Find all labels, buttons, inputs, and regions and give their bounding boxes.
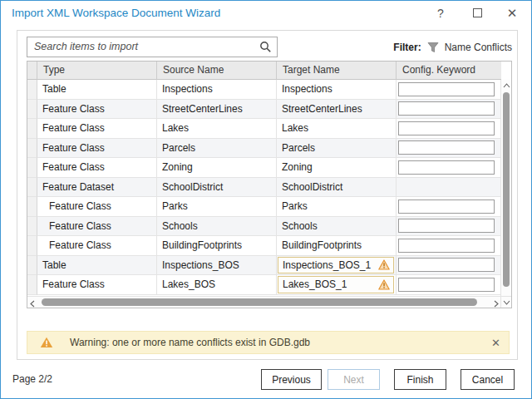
conflict-target-label: Lakes_BOS_1 — [283, 278, 347, 290]
target-name-label: Schools — [277, 220, 318, 232]
type-cell: Feature Dataset — [37, 178, 157, 198]
vertical-scrollbar-thumb[interactable] — [503, 92, 510, 287]
row-handle[interactable] — [27, 275, 37, 295]
source-cell: Parcels — [157, 139, 277, 159]
search-placeholder: Search items to import — [34, 37, 138, 57]
column-header-config-keyword[interactable]: Config. Keyword — [397, 62, 501, 80]
type-cell: Table — [37, 80, 157, 100]
row-handle[interactable] — [27, 158, 37, 178]
search-input[interactable]: Search items to import — [27, 37, 278, 57]
source-cell: Schools — [157, 217, 277, 237]
source-cell-label: SchoolDistrict — [162, 181, 223, 193]
config-keyword-cell — [397, 178, 501, 198]
table-row[interactable]: Feature Dataset SchoolDistrict SchoolDis… — [27, 178, 501, 198]
target-cell: Inspections — [277, 80, 397, 100]
table-row[interactable]: Feature Class Lakes Lakes — [27, 119, 501, 139]
target-cell: Lakes_BOS_1 — [277, 275, 397, 295]
column-header-target-name[interactable]: Target Name — [277, 62, 397, 80]
vertical-scrollbar[interactable] — [500, 80, 511, 297]
config-keyword-input[interactable] — [398, 239, 495, 253]
maximize-button[interactable] — [463, 1, 491, 26]
warning-banner-close-button[interactable]: ✕ — [491, 332, 500, 354]
table-row[interactable]: Feature Class BuildingFootprints Buildin… — [27, 236, 501, 256]
table-row[interactable]: Table Inspections_BOS Inspections_BOS_1 — [27, 256, 501, 276]
row-handle[interactable] — [27, 236, 37, 256]
table-row[interactable]: Table Inspections Inspections — [27, 80, 501, 100]
source-cell: StreetCenterLines — [157, 100, 277, 120]
target-name-conflict-box[interactable]: Lakes_BOS_1 — [278, 276, 394, 293]
table-body: Table Inspections Inspections Feature Cl… — [27, 80, 501, 297]
source-cell-label: BuildingFootprints — [162, 239, 242, 251]
source-cell-label: Zoning — [162, 161, 193, 173]
target-cell: Lakes — [277, 119, 397, 139]
table-row[interactable]: Feature Class Lakes_BOS Lakes_BOS_1 — [27, 275, 501, 295]
source-cell-label: Inspections_BOS — [162, 259, 239, 271]
scroll-right-icon[interactable] — [494, 300, 499, 308]
row-handle[interactable] — [27, 139, 37, 159]
config-keyword-input[interactable] — [398, 278, 495, 292]
target-cell: Inspections_BOS_1 — [277, 256, 397, 276]
row-handle[interactable] — [27, 80, 37, 100]
config-keyword-input[interactable] — [398, 160, 495, 175]
source-cell-label: Lakes — [162, 122, 189, 134]
table-row[interactable]: Feature Class StreetCenterLines StreetCe… — [27, 100, 501, 120]
target-cell: Parks — [277, 197, 397, 217]
config-keyword-input[interactable] — [398, 140, 495, 155]
config-keyword-input[interactable] — [398, 219, 495, 233]
row-handle[interactable] — [27, 100, 37, 120]
table-row[interactable]: Feature Class Parks Parks — [27, 197, 501, 217]
cancel-button[interactable]: Cancel — [461, 369, 515, 390]
table-row[interactable]: Feature Class Zoning Zoning — [27, 158, 501, 178]
source-cell: Lakes_BOS — [157, 275, 277, 295]
column-header-type[interactable]: Type — [37, 62, 157, 80]
scroll-down-icon[interactable] — [503, 300, 510, 305]
previous-button[interactable]: Previous — [261, 369, 322, 390]
finish-button[interactable]: Finish — [394, 369, 446, 390]
type-cell: Feature Class — [37, 236, 157, 256]
filter-value-label[interactable]: Name Conflicts — [445, 42, 512, 53]
source-cell: BuildingFootprints — [157, 236, 277, 256]
scroll-left-icon[interactable] — [30, 300, 35, 308]
warning-icon — [378, 279, 390, 290]
type-cell-label: Feature Class — [49, 200, 111, 212]
close-button[interactable]: ✕ — [498, 1, 526, 26]
target-name-label: Parks — [277, 200, 308, 212]
items-table: Type Source Name Target Name Config. Key… — [27, 61, 512, 308]
config-keyword-input[interactable] — [398, 101, 495, 116]
config-keyword-input[interactable] — [398, 200, 495, 214]
table-row[interactable]: Feature Class Parcels Parcels — [27, 139, 501, 159]
config-keyword-cell — [397, 100, 501, 120]
source-cell: SchoolDistrict — [157, 178, 277, 198]
maximize-icon — [473, 8, 482, 17]
type-cell: Table — [37, 256, 157, 276]
row-handle[interactable] — [27, 178, 37, 198]
type-cell-label: Feature Class — [42, 278, 105, 290]
horizontal-scrollbar[interactable] — [27, 296, 501, 308]
column-header-source-name[interactable]: Source Name — [157, 62, 277, 80]
table-row[interactable]: Feature Class Schools Schools — [27, 217, 501, 237]
row-handle[interactable] — [27, 197, 37, 217]
target-name-conflict-box[interactable]: Inspections_BOS_1 — [278, 257, 394, 274]
type-cell-label: Table — [42, 83, 66, 95]
filter-icon[interactable] — [426, 41, 440, 54]
type-cell-label: Feature Class — [49, 239, 111, 251]
row-handle[interactable] — [27, 217, 37, 237]
row-handle[interactable] — [27, 256, 37, 276]
source-cell-label: Parks — [162, 200, 188, 212]
config-keyword-input[interactable] — [398, 121, 495, 135]
source-cell: Zoning — [157, 158, 277, 178]
type-cell: Feature Class — [37, 100, 157, 120]
config-keyword-input[interactable] — [398, 82, 495, 96]
help-button[interactable]: ? — [426, 1, 455, 26]
scroll-up-icon[interactable] — [503, 83, 510, 88]
config-keyword-cell — [397, 139, 501, 159]
table-header: Type Source Name Target Name Config. Key… — [27, 62, 501, 80]
horizontal-scrollbar-thumb[interactable] — [42, 298, 477, 306]
source-cell-label: Inspections — [162, 83, 213, 95]
config-keyword-input[interactable] — [398, 258, 495, 272]
page-indicator: Page 2/2 — [12, 369, 52, 390]
row-handle[interactable] — [27, 119, 37, 139]
warning-banner: Warning: one or more name conflicts exis… — [27, 331, 510, 354]
config-keyword-cell — [397, 158, 501, 178]
source-cell-label: Parcels — [162, 142, 195, 154]
